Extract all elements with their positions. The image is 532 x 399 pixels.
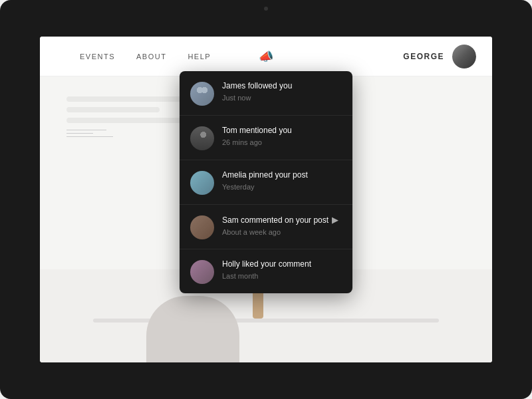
notif-content-james: James followed you Just now [222,80,342,102]
nav-center: 📣 [259,51,273,63]
notif-content-amelia: Amelia pinned your post Yesterday [222,170,342,191]
nav-about[interactable]: ABOUT [136,53,166,61]
chair-silhouette [146,296,239,362]
notif-content-tom: Tom mentioned you 26 mins ago [222,125,342,146]
notif-time-sam: About a week ago [222,228,342,236]
deco-mark [66,130,106,130]
notif-text-holly: Holly liked your comment [222,259,342,270]
notif-content-sam: Sam commented on your post ▶ About a wee… [222,214,342,236]
notif-content-holly: Holly liked your comment Last month [222,259,342,280]
navbar: EVENTS ABOUT HELP 📣 GEORGE [40,37,492,76]
notif-time-holly: Last month [222,272,342,280]
notif-text-amelia: Amelia pinned your post [222,170,342,181]
avatar-sam [190,215,214,239]
notif-time-amelia: Yesterday [222,183,342,191]
notification-item-amelia[interactable]: Amelia pinned your post Yesterday [180,160,352,205]
nav-links: EVENTS ABOUT HELP [80,53,211,61]
nav-avatar-image [452,45,476,68]
notification-dropdown: James followed you Just now Tom mentione… [180,71,352,293]
notification-item-james[interactable]: James followed you Just now [180,71,352,116]
nav-username: GEORGE [403,52,444,61]
avatar-tom [190,126,214,150]
nav-avatar[interactable] [452,45,476,68]
deco-mark [66,136,113,137]
laptop-frame: EVENTS ABOUT HELP 📣 GEORGE [0,0,532,399]
nav-right: GEORGE [403,45,476,68]
notif-text-james: James followed you [222,80,342,92]
avatar-holly [190,260,214,284]
page-background: EVENTS ABOUT HELP 📣 GEORGE [40,37,492,362]
avatar-amelia [190,171,214,195]
cursor-icon: ▶ [332,214,338,226]
deco-marks [66,130,113,140]
deco-mark [66,133,93,134]
notif-text-tom: Tom mentioned you [222,125,342,136]
megaphone-icon[interactable]: 📣 [259,51,273,63]
notification-item-sam[interactable]: Sam commented on your post ▶ About a wee… [180,205,352,249]
notif-text-sam: Sam commented on your post ▶ [222,214,342,226]
page-line [66,96,186,102]
nav-events[interactable]: EVENTS [80,53,115,61]
notification-item-holly[interactable]: Holly liked your comment Last month [180,249,352,293]
page-line [66,107,160,112]
laptop-screen: EVENTS ABOUT HELP 📣 GEORGE [40,37,492,362]
notification-item-tom[interactable]: Tom mentioned you 26 mins ago [180,116,352,160]
notif-time-james: Just now [222,94,342,102]
nav-help[interactable]: HELP [188,53,211,61]
notif-time-tom: 26 mins ago [222,138,342,146]
avatar-james [190,82,214,106]
table-surface [93,319,439,323]
webcam-dot [264,7,268,11]
